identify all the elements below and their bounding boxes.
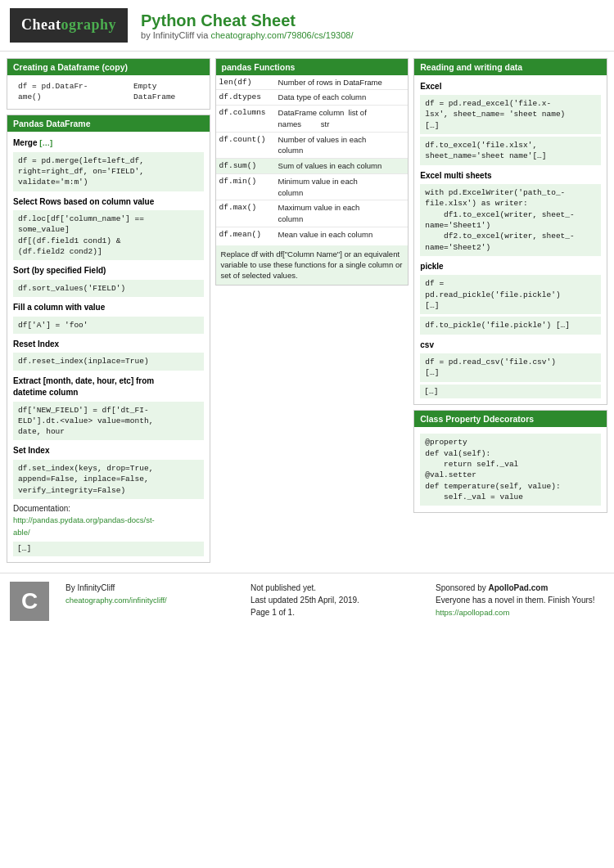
- sponsor-text: Sponsored by ApolloPad.com: [436, 582, 604, 594]
- middle-column: pandas Functions len(df) Number of rows …: [215, 58, 409, 286]
- reset-index-label: Reset Index: [13, 339, 204, 351]
- func-name: len(df): [216, 75, 275, 90]
- doc-label: Documentation:: [13, 503, 204, 515]
- main-content: Creating a Dataframe (copy) df = pd.Data…: [0, 52, 614, 570]
- table-row: df.sum() Sum of values in each column: [216, 159, 409, 174]
- author-name: By InfinityCliff: [65, 582, 234, 594]
- sort-label: Sort (by specified Field): [13, 265, 204, 277]
- table-row: df = pd.DataFr-ame() EmptyDataFrame: [13, 79, 204, 106]
- functions-note: Replace df with df["Column Name"] or an …: [216, 245, 409, 285]
- table-row: df.dtypes Data type of each column: [216, 90, 409, 106]
- extract-code: df['NEW_FIELD'] = df['dt_FI- ELD'].dt.<v…: [13, 402, 204, 441]
- table-row: df.max() Maximum value in eachcolumn: [216, 200, 409, 227]
- reading-writing-header: Reading and writing data: [414, 59, 607, 75]
- author-avatar: C: [10, 582, 49, 621]
- func-desc: Mean value in each column: [275, 227, 409, 242]
- excel-multi-code: with pd.ExcelWriter('path_to_- file.xlsx…: [420, 184, 601, 256]
- excel-read-code: df = pd.read_excel('file.x- lsx', sheet_…: [420, 95, 601, 134]
- page-header: Cheatography Python Cheat Sheet by Infin…: [0, 0, 614, 52]
- pandas-dataframe-header: Pandas DataFrame: [7, 115, 210, 132]
- df-desc: EmptyDataFrame: [129, 79, 204, 106]
- page-title: Python Cheat Sheet: [141, 11, 353, 30]
- func-desc: Number of values in eachcolumn: [275, 132, 409, 159]
- merge-label: Merge […]: [13, 137, 204, 150]
- pickle-read-code: df = pd.read_pickle('file.pickle') […]: [420, 275, 601, 314]
- func-desc: Number of rows in DataFrame: [275, 75, 409, 90]
- sponsor-description: Everyone has a novel in them. Finish You…: [436, 594, 604, 606]
- set-index-code: df.set_index(keys, drop=True, append=Fal…: [13, 460, 204, 499]
- left-ellipsis: […]: [13, 542, 204, 556]
- extract-label: Extract [month, date, hour, etc] fromdat…: [13, 376, 204, 399]
- func-name: df.mean(): [216, 227, 275, 242]
- class-property-code: @property def val(self): return self._va…: [420, 434, 601, 506]
- func-desc: Sum of values in each column: [275, 159, 409, 174]
- dataframe-table: df = pd.DataFr-ame() EmptyDataFrame: [13, 79, 204, 106]
- func-name: df.dtypes: [216, 90, 275, 106]
- func-name: df.max(): [216, 200, 275, 227]
- creating-dataframe-body: df = pd.DataFr-ame() EmptyDataFrame: [7, 75, 210, 110]
- creating-dataframe-header: Creating a Dataframe (copy): [7, 59, 210, 75]
- functions-table: len(df) Number of rows in DataFrame df.d…: [216, 75, 409, 242]
- logo: Cheatography: [10, 8, 128, 43]
- excel-multi-label: Excel multi sheets: [420, 170, 601, 182]
- sponsor-name: ApolloPad.com: [489, 583, 549, 592]
- fill-label: Fill a column with value: [13, 302, 204, 314]
- cheatography-link[interactable]: cheatography.com/79806/cs/19308/: [210, 30, 353, 40]
- footer-author-col: By InfinityCliff cheatography.com/infini…: [65, 582, 234, 606]
- table-row: df.columns DataFrame column list ofnames…: [216, 106, 409, 133]
- csv-code: df = pd.read_csv('file.csv') […]: [420, 353, 601, 382]
- author-link[interactable]: cheatography.com/infinitycliff/: [65, 596, 167, 605]
- set-index-label: Set Index: [13, 445, 204, 457]
- select-rows-code: df.loc[df['column_name'] == some_value] …: [13, 210, 204, 260]
- pandas-functions-section: pandas Functions len(df) Number of rows …: [215, 58, 409, 286]
- excel-label: Excel: [420, 81, 601, 93]
- by-line: by InfinityCliff via cheatography.com/79…: [141, 30, 353, 40]
- class-property-section: Class Property Ddecorators @property def…: [413, 410, 607, 513]
- func-desc: Data type of each column: [275, 90, 409, 106]
- func-name: df.sum(): [216, 159, 275, 174]
- pandas-dataframe-body: Merge […] df = pd.merge(left=left_df, ri…: [7, 132, 210, 562]
- df-code: df = pd.DataFr-ame(): [13, 79, 129, 106]
- table-row: df.mean() Mean value in each column: [216, 227, 409, 242]
- creating-dataframe-section: Creating a Dataframe (copy) df = pd.Data…: [7, 58, 210, 110]
- func-desc: DataFrame column list ofnames str: [275, 106, 409, 133]
- reading-writing-body: Excel df = pd.read_excel('file.x- lsx', …: [414, 75, 607, 405]
- func-desc: Minimum value in eachcolumn: [275, 173, 409, 200]
- sponsor-link[interactable]: https://apollopad.com: [436, 608, 509, 617]
- csv-ellipsis: […]: [420, 385, 601, 399]
- class-property-header: Class Property Ddecorators: [414, 411, 607, 427]
- excel-write-code: df.to_excel('file.xlsx', sheet_name='she…: [420, 137, 601, 165]
- pickle-write-code: df.to_pickle('file.pickle') […]: [420, 317, 601, 334]
- reset-index-code: df.reset_index(inplace=True): [13, 353, 204, 370]
- not-published: Not published yet.: [251, 582, 419, 594]
- pandas-dataframe-section: Pandas DataFrame Merge […] df = pd.merge…: [7, 115, 210, 563]
- right-column: Reading and writing data Excel df = pd.r…: [413, 58, 607, 514]
- table-row: df.min() Minimum value in eachcolumn: [216, 173, 409, 200]
- func-name: df.columns: [216, 106, 275, 133]
- page-footer: C By InfinityCliff cheatography.com/infi…: [0, 573, 614, 629]
- merge-code: df = pd.merge(left=left_df, right=right_…: [13, 152, 204, 191]
- left-column: Creating a Dataframe (copy) df = pd.Data…: [7, 58, 210, 564]
- header-text: Python Cheat Sheet by InfinityCliff via …: [141, 11, 353, 40]
- sort-code: df.sort_values('FIELD'): [13, 280, 204, 297]
- reading-writing-section: Reading and writing data Excel df = pd.r…: [413, 58, 607, 406]
- table-row: df.count() Number of values in eachcolum…: [216, 132, 409, 159]
- pickle-label: pickle: [420, 261, 601, 273]
- footer-sponsor-col: Sponsored by ApolloPad.com Everyone has …: [436, 582, 604, 618]
- pandas-functions-body: len(df) Number of rows in DataFrame df.d…: [216, 75, 409, 285]
- pandas-functions-header: pandas Functions: [216, 59, 409, 75]
- csv-label: csv: [420, 340, 601, 352]
- fill-code: df['A'] = 'foo': [13, 317, 204, 334]
- class-property-body: @property def val(self): return self._va…: [414, 427, 607, 512]
- footer-info-col: Not published yet. Last updated 25th Apr…: [251, 582, 419, 618]
- func-name: df.min(): [216, 173, 275, 200]
- doc-link[interactable]: http://pandas.pydata.org/pandas-docs/st-…: [13, 515, 155, 537]
- select-rows-label: Select Rows based on column value: [13, 196, 204, 209]
- page-number: Page 1 of 1.: [251, 606, 419, 618]
- table-row: len(df) Number of rows in DataFrame: [216, 75, 409, 90]
- func-name: df.count(): [216, 132, 275, 159]
- func-desc: Maximum value in eachcolumn: [275, 200, 409, 227]
- last-updated: Last updated 25th April, 2019.: [251, 594, 419, 606]
